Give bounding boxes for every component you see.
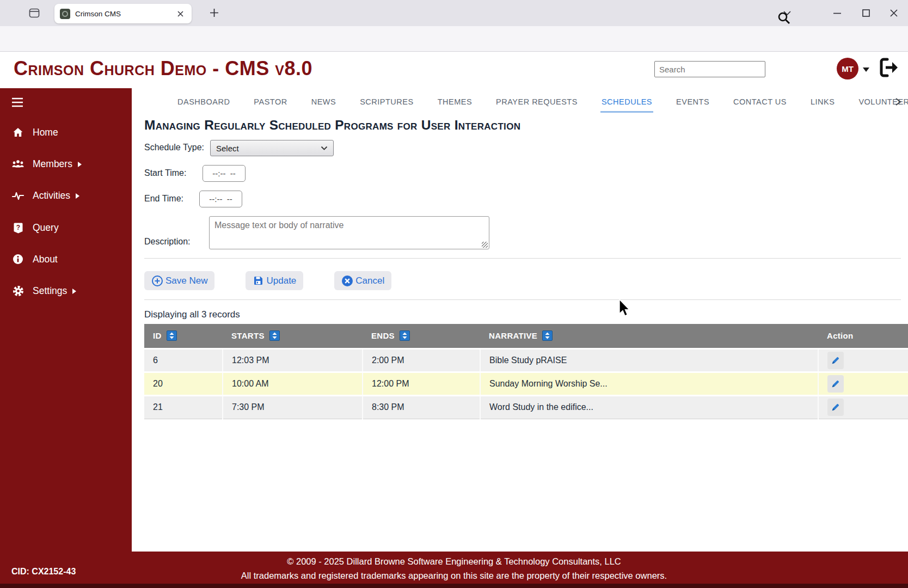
sidebar-item-activities[interactable]: Activities xyxy=(0,187,132,204)
divider xyxy=(144,299,901,300)
settings-icon xyxy=(11,285,24,297)
maximize-button[interactable] xyxy=(861,8,872,19)
cell-id: 6 xyxy=(144,348,223,372)
search-input[interactable] xyxy=(654,61,765,77)
browser-tab-bar: Crimson CMS xyxy=(0,0,908,26)
hamburger-menu-icon[interactable] xyxy=(11,97,24,108)
pencil-icon xyxy=(831,379,840,389)
column-header-starts: STARTS xyxy=(223,324,363,348)
cell-starts: 7:30 PM xyxy=(223,395,363,419)
logout-icon[interactable] xyxy=(875,56,901,79)
firefox-view-icon[interactable] xyxy=(28,7,40,19)
pencil-icon xyxy=(831,356,840,365)
submenu-caret-icon xyxy=(78,162,82,167)
cell-action xyxy=(818,348,908,372)
sidebar-item-about[interactable]: About xyxy=(0,251,132,267)
svg-text:?: ? xyxy=(16,224,20,231)
sort-icon[interactable] xyxy=(269,330,280,341)
main-nav: DASHBOARD PASTOR NEWS SCRIPTURES THEMES … xyxy=(176,88,908,114)
description-placeholder: Message text or body of narrative xyxy=(210,217,489,234)
sidebar-item-label: Settings xyxy=(33,285,67,297)
page-title: Managing Regularly Scheduled Programs fo… xyxy=(144,118,520,133)
schedules-table: ID STARTS ENDS NARRATIVE Action 6 12:03 … xyxy=(144,324,908,419)
cell-narrative: Sunday Morning Worship Se... xyxy=(480,372,818,395)
sidebar-item-query[interactable]: ? Query xyxy=(0,219,132,236)
end-time-label: End Time: xyxy=(144,194,183,204)
cancel-button[interactable]: Cancel xyxy=(334,271,391,290)
update-button[interactable]: Update xyxy=(246,271,303,290)
form-buttons: Save New Update Cancel xyxy=(144,271,391,290)
pencil-icon xyxy=(831,402,840,412)
activities-icon xyxy=(11,191,24,200)
sort-icon[interactable] xyxy=(542,330,553,341)
chevron-down-icon xyxy=(321,146,328,151)
close-window-button[interactable] xyxy=(888,8,899,19)
cell-action xyxy=(818,372,908,395)
footer-bottom-strip xyxy=(0,584,908,588)
submenu-caret-icon xyxy=(76,193,79,199)
sidebar-item-home[interactable]: Home xyxy=(0,124,132,140)
new-tab-button[interactable] xyxy=(208,7,220,19)
copyright-text: © 2009 - 2025 Dillard Browne Software En… xyxy=(0,556,908,567)
sidebar-item-label: Query xyxy=(33,222,59,234)
site-header: Crimson Church Demo - CMS v8.0 xyxy=(0,52,908,88)
avatar-dropdown-caret-icon[interactable] xyxy=(863,68,869,72)
tab-news[interactable]: NEWS xyxy=(310,89,338,113)
tab-links[interactable]: LINKS xyxy=(809,89,836,113)
tab-prayer-requests[interactable]: PRAYER REQUESTS xyxy=(495,89,579,113)
tab-scriptures[interactable]: SCRIPTURES xyxy=(359,89,414,113)
browser-tab[interactable]: Crimson CMS xyxy=(54,4,192,23)
description-label: Description: xyxy=(144,237,190,247)
sort-icon[interactable] xyxy=(400,330,410,341)
sidebar-item-label: Activities xyxy=(33,190,70,201)
table-header-row: ID STARTS ENDS NARRATIVE Action xyxy=(144,324,908,348)
cell-starts: 10:00 AM xyxy=(223,372,363,395)
cell-id: 20 xyxy=(144,372,223,395)
search-field-wrap xyxy=(654,61,765,77)
resize-handle[interactable] xyxy=(482,242,488,248)
table-row: 21 7:30 PM 8:30 PM Word Study in the edi… xyxy=(144,395,908,419)
query-icon: ? xyxy=(11,222,24,234)
cell-ends: 2:00 PM xyxy=(363,348,480,372)
cell-starts: 12:03 PM xyxy=(223,348,363,372)
members-icon xyxy=(11,159,24,169)
sidebar-item-settings[interactable]: Settings xyxy=(0,283,132,299)
cell-narrative: Word Study in the edifice... xyxy=(480,395,818,419)
edit-button[interactable] xyxy=(827,399,844,416)
cell-ends: 12:00 PM xyxy=(363,372,480,395)
save-disk-icon xyxy=(253,275,264,286)
about-icon xyxy=(11,254,24,265)
start-time-input[interactable]: --:-- -- xyxy=(203,165,246,182)
edit-button[interactable] xyxy=(827,352,844,369)
cell-ends: 8:30 PM xyxy=(363,395,480,419)
tab-close-icon[interactable] xyxy=(175,9,186,19)
end-time-input[interactable]: --:-- -- xyxy=(199,191,242,207)
tab-pastor[interactable]: PASTOR xyxy=(253,89,288,113)
column-header-id: ID xyxy=(144,324,223,348)
schedule-type-select[interactable]: Select xyxy=(210,140,334,156)
sidebar-item-members[interactable]: Members xyxy=(0,156,132,172)
description-textarea[interactable]: Message text or body of narrative xyxy=(209,216,489,249)
column-header-action: Action xyxy=(818,324,908,348)
schedule-type-label: Schedule Type: xyxy=(144,143,204,152)
nav-overflow-chevron-icon[interactable] xyxy=(894,97,903,107)
column-header-ends: ENDS xyxy=(363,324,480,348)
tab-themes[interactable]: THEMES xyxy=(437,89,473,113)
save-new-button[interactable]: Save New xyxy=(144,271,214,290)
minimize-button[interactable] xyxy=(832,8,843,19)
sidebar-item-label: Home xyxy=(33,127,58,138)
tab-events[interactable]: EVENTS xyxy=(675,89,710,113)
tab-contact-us[interactable]: CONTACT US xyxy=(732,89,788,113)
sidebar-item-label: About xyxy=(33,254,58,265)
search-icon[interactable] xyxy=(777,11,791,25)
sort-icon[interactable] xyxy=(167,330,177,341)
tab-dashboard[interactable]: DASHBOARD xyxy=(176,89,231,113)
start-time-label: Start Time: xyxy=(144,168,186,178)
tab-title: Crimson CMS xyxy=(75,10,175,18)
edit-button[interactable] xyxy=(827,375,844,393)
cell-narrative: Bible Study pRAISE xyxy=(480,348,818,372)
tab-schedules[interactable]: SCHEDULES xyxy=(600,89,653,113)
cell-action xyxy=(818,395,908,419)
user-avatar[interactable]: MT xyxy=(837,58,858,79)
plus-circle-icon xyxy=(151,275,163,287)
